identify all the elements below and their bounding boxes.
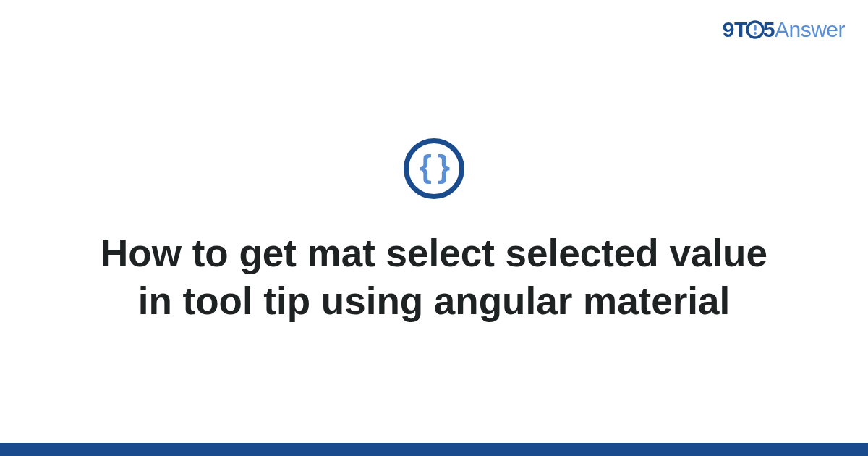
page-title: How to get mat select selected value in … — [87, 229, 781, 326]
footer-bar — [0, 443, 868, 456]
main-content: { } How to get mat select selected value… — [0, 0, 868, 443]
code-braces-icon: { } — [404, 138, 464, 199]
braces-glyph: { } — [420, 151, 448, 182]
